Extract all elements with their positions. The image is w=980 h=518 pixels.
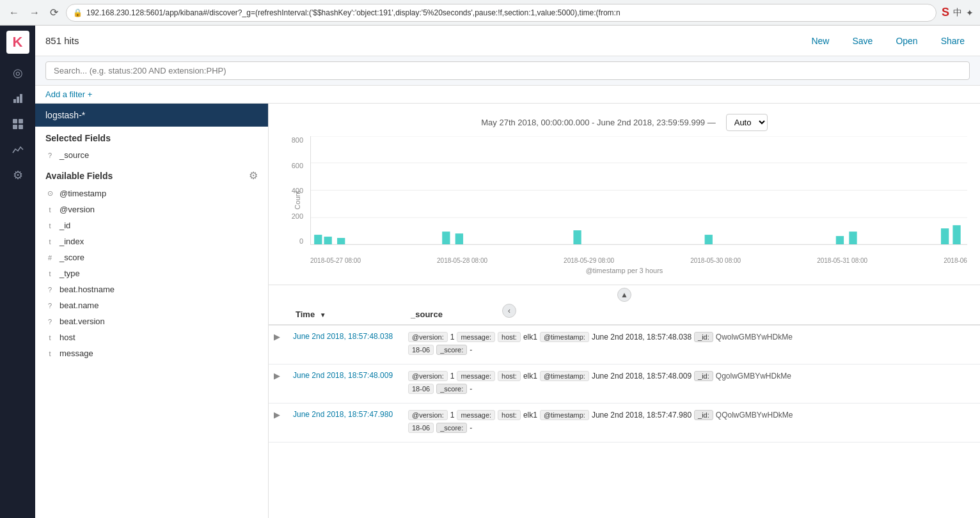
available-field-item[interactable]: t host xyxy=(35,329,268,345)
field-tag: @timestamp: xyxy=(540,410,589,420)
field-id-tag: _id: xyxy=(694,371,713,381)
field-name: _index xyxy=(59,237,84,246)
available-field-item[interactable]: t @version xyxy=(35,201,268,217)
ext-icon-book: ✦ xyxy=(966,8,974,18)
search-input[interactable] xyxy=(45,61,970,80)
field-type: t xyxy=(45,238,54,246)
table-row: ▶ June 2nd 2018, 18:57:48.009 @version:1… xyxy=(269,365,980,404)
lock-icon: 🔒 xyxy=(73,8,83,17)
svg-rect-22 xyxy=(952,225,960,244)
time-col-header[interactable]: Time ▼ xyxy=(288,304,403,325)
svg-rect-0 xyxy=(13,99,16,103)
svg-rect-18 xyxy=(705,235,713,244)
available-field-item[interactable]: t _type xyxy=(35,265,268,281)
sidebar-collapse-button[interactable]: ‹ xyxy=(502,304,516,318)
field-id-tag: _id: xyxy=(694,410,713,420)
expand-button-1[interactable]: ▶ xyxy=(269,325,288,365)
field-val: June 2nd 2018, 18:57:48.038 xyxy=(592,333,692,341)
field-tag: host: xyxy=(498,371,521,381)
nav-icon-discover[interactable]: ◎ xyxy=(6,61,29,84)
field-tag: @version: xyxy=(408,410,448,420)
field-name-source: _source xyxy=(59,150,89,160)
field-type: t xyxy=(45,206,54,214)
available-field-item[interactable]: ? beat.version xyxy=(35,313,268,329)
source-cell-1: @version:1 message: host:elk1 @timestamp… xyxy=(403,325,980,365)
available-field-item[interactable]: t _id xyxy=(35,217,268,233)
available-field-item[interactable]: t _index xyxy=(35,233,268,249)
expand-button-2[interactable]: ▶ xyxy=(269,365,288,404)
field-val: elk1 xyxy=(523,411,537,420)
available-fields-list: ⊙ @timestamp t @version t _id t _index #… xyxy=(35,185,268,361)
field-tag: @timestamp: xyxy=(540,371,589,381)
nav-icon-timelion[interactable] xyxy=(6,138,29,161)
svg-rect-1 xyxy=(17,97,19,103)
field-tag: _score: xyxy=(436,423,467,433)
field-tag: message: xyxy=(457,410,495,420)
available-field-item[interactable]: ⊙ @timestamp xyxy=(35,185,268,201)
svg-rect-5 xyxy=(13,125,17,129)
field-tag: _score: xyxy=(436,384,467,394)
field-val: elk1 xyxy=(523,372,537,381)
x-label-5: 2018-06 xyxy=(944,257,967,264)
browser-bar: ← → ⟳ 🔒 192.168.230.128:5601/app/kibana#… xyxy=(0,0,980,26)
auto-interval-select[interactable]: Auto xyxy=(726,114,768,131)
field-val: 1 xyxy=(450,333,455,341)
table-body: ▶ June 2nd 2018, 18:57:48.038 @version:1… xyxy=(269,325,980,443)
reload-button[interactable]: ⟳ xyxy=(47,4,61,21)
svg-rect-20 xyxy=(849,232,857,244)
available-field-item[interactable]: ? beat.name xyxy=(35,297,268,313)
content-area: logstash-* Selected Fields ? _source Ava… xyxy=(35,104,980,518)
svg-rect-13 xyxy=(324,237,332,244)
chart-collapse-button[interactable]: ▲ xyxy=(617,288,631,302)
sidebar: logstash-* Selected Fields ? _source Ava… xyxy=(35,104,269,518)
nav-icon-settings[interactable]: ⚙ xyxy=(6,164,29,187)
forward-button[interactable]: → xyxy=(27,4,42,21)
save-button[interactable]: Save xyxy=(847,33,878,49)
time-range-label: May 27th 2018, 00:00:00.000 - June 2nd 2… xyxy=(481,118,715,127)
hits-count: 851 hits xyxy=(45,35,79,46)
field-type-source: ? xyxy=(45,152,54,159)
available-field-item[interactable]: ? beat.hostname xyxy=(35,281,268,297)
open-button[interactable]: Open xyxy=(890,33,922,49)
x-label-1: 2018-05-28 08:00 xyxy=(437,257,487,264)
chart-wrapper: Count 800 600 400 200 0 xyxy=(269,136,980,264)
back-button[interactable]: ← xyxy=(6,4,22,21)
x-label-0: 2018-05-27 08:00 xyxy=(310,257,361,264)
field-name: host xyxy=(59,333,75,342)
share-button[interactable]: Share xyxy=(936,33,970,49)
results-panel[interactable]: May 27th 2018, 00:00:00.000 - June 2nd 2… xyxy=(269,104,980,518)
available-field-item[interactable]: # _score xyxy=(35,249,268,265)
selected-fields-title: Selected Fields xyxy=(35,127,268,147)
field-tag: _score: xyxy=(436,345,467,355)
search-bar xyxy=(35,56,980,86)
available-fields-header: Available Fields ⚙ xyxy=(35,163,268,185)
nav-icon-visualize[interactable] xyxy=(6,87,29,110)
time-cell-2: June 2nd 2018, 18:57:48.009 xyxy=(288,365,403,404)
new-button[interactable]: New xyxy=(806,33,834,49)
chart-x-labels: 2018-05-27 08:00 2018-05-28 08:00 2018-0… xyxy=(310,255,967,264)
x-label-2: 2018-05-29 08:00 xyxy=(564,257,614,264)
field-val: June 2nd 2018, 18:57:47.980 xyxy=(592,411,692,420)
field-type: ? xyxy=(45,302,54,310)
field-name: _id xyxy=(59,221,70,230)
field-tag: host: xyxy=(498,410,521,420)
expand-button-3[interactable]: ▶ xyxy=(269,404,288,443)
source-col-header: _source xyxy=(403,304,980,325)
nav-icon-dashboard[interactable] xyxy=(6,113,29,136)
field-id-tag: _id: xyxy=(694,332,713,342)
selected-field-source[interactable]: ? _source xyxy=(35,147,268,163)
add-filter-button[interactable]: Add a filter + xyxy=(45,90,92,99)
field-type: ? xyxy=(45,318,54,326)
index-pattern[interactable]: logstash-* xyxy=(35,104,268,127)
app-container: K ◎ ⚙ 851 hits New Save Open Share xyxy=(0,26,980,518)
available-field-item[interactable]: t message xyxy=(35,345,268,361)
fields-gear-icon[interactable]: ⚙ xyxy=(249,169,258,182)
field-val: - xyxy=(470,423,472,432)
expand-col-header xyxy=(269,304,288,325)
field-name: @timestamp xyxy=(59,189,106,198)
table-header: Time ▼ _source xyxy=(269,304,980,325)
field-type: t xyxy=(45,334,54,341)
field-tag: 18-06 xyxy=(408,423,434,433)
chart-container: May 27th 2018, 00:00:00.000 - June 2nd 2… xyxy=(269,104,980,285)
table-row: ▶ June 2nd 2018, 18:57:47.980 @version:1… xyxy=(269,404,980,443)
